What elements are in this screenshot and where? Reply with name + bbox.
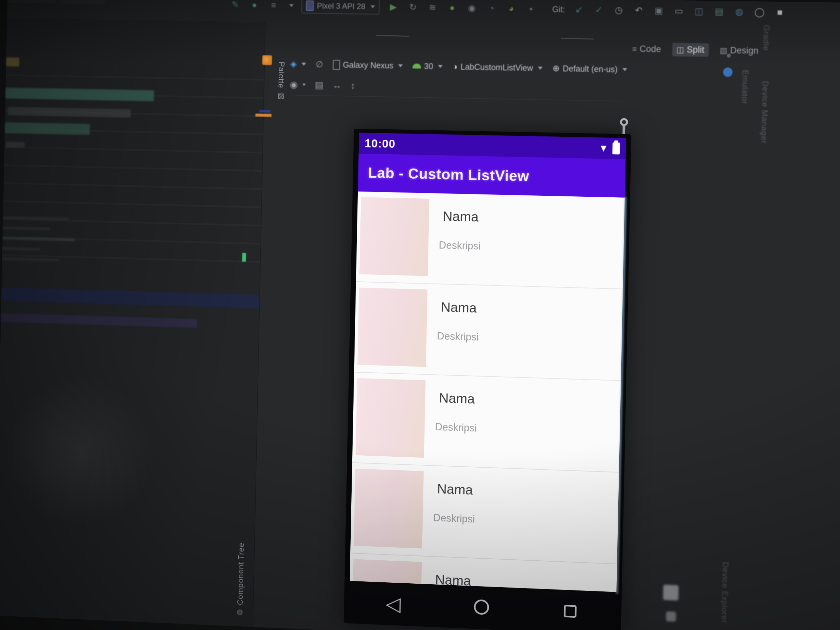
item-name: Nama bbox=[439, 390, 475, 407]
resume-program-icon[interactable]: ◉ bbox=[466, 2, 478, 14]
sdk-pencil-icon[interactable]: ✎ bbox=[229, 0, 241, 11]
toolwindow-stub-device-manager[interactable]: Device Manager bbox=[759, 81, 770, 144]
tab-split[interactable]: ◫ Split bbox=[672, 43, 709, 57]
wifi-icon: ▼ bbox=[598, 143, 609, 153]
mode-tab-label: Split bbox=[687, 45, 704, 55]
item-description: Deskripsi bbox=[433, 512, 475, 525]
profile-square-icon[interactable]: ■ bbox=[774, 6, 786, 19]
view-options-toolbar: ◉ ▤ ↔ ↕ bbox=[290, 79, 355, 91]
git-rollback-icon[interactable]: ↶ bbox=[633, 4, 645, 16]
scrollbar-marker-blue bbox=[259, 110, 270, 113]
sidebar-item-component-tree[interactable]: ◍ Component Tree bbox=[235, 543, 246, 617]
git-commit-icon[interactable]: ✓ bbox=[593, 4, 605, 16]
toolwindow-stub-emulator[interactable]: Emulator bbox=[740, 69, 750, 104]
render-wrench-icon[interactable] bbox=[618, 117, 630, 136]
palette-icon: ▨ bbox=[277, 92, 285, 100]
device-preview[interactable]: 10:00 ▼ Lab - Custom ListView Nama Deskr… bbox=[344, 129, 631, 630]
api-level-label: 30 bbox=[424, 62, 433, 71]
item-description: Deskripsi bbox=[435, 421, 477, 434]
device-screen: 10:00 ▼ Lab - Custom ListView Nama Deskr… bbox=[349, 133, 626, 630]
view-options-select[interactable]: ◉ bbox=[290, 79, 306, 90]
editor-tab-underline bbox=[561, 38, 594, 39]
sdk-manager-icon[interactable]: ▤ bbox=[713, 6, 725, 17]
main-menu-icon[interactable]: ≡ bbox=[268, 0, 279, 11]
locale-label: Default (en-us) bbox=[562, 64, 618, 74]
code-selection-band bbox=[1, 313, 197, 328]
chevron-down-icon bbox=[370, 5, 375, 8]
avd-manager-icon[interactable]: ◍ bbox=[733, 6, 745, 18]
status-bar-time: 10:00 bbox=[365, 137, 396, 150]
toolwindow-label: Device Manager bbox=[759, 81, 770, 144]
toolwindow-label: Gradle bbox=[761, 25, 771, 51]
toolwindow-stub-device-explorer[interactable]: Device Explorer bbox=[720, 562, 730, 623]
issues-panel-icon[interactable] bbox=[723, 68, 733, 77]
run-icon[interactable]: ▶ bbox=[387, 1, 399, 13]
item-name: Nama bbox=[443, 208, 479, 224]
attach-debugger-icon[interactable]: ◕ bbox=[505, 3, 517, 14]
eye-icon: ◉ bbox=[290, 79, 298, 90]
toolwindow-label: Device Explorer bbox=[720, 562, 730, 623]
vertical-resize-icon[interactable]: ↕ bbox=[351, 81, 355, 91]
device-online-icon[interactable]: ● bbox=[249, 0, 260, 11]
palette-label: Palette bbox=[276, 62, 286, 88]
mode-tab-label: Design bbox=[730, 45, 759, 56]
chevron-down-icon bbox=[302, 63, 306, 65]
window-tab-fragment bbox=[9, 0, 57, 3]
toolwindow-stub-gradle[interactable]: Gradle bbox=[761, 25, 771, 51]
apply-code-changes-icon[interactable]: ≋ bbox=[426, 2, 439, 14]
sidebar-item-palette[interactable]: Palette ▨ bbox=[276, 62, 286, 100]
api-level-select[interactable]: 30 bbox=[412, 61, 443, 71]
device-select[interactable]: Galaxy Nexus bbox=[333, 60, 403, 71]
layout-inspector-icon[interactable]: ◫ bbox=[693, 5, 705, 17]
Nama: Nama Deskripsi bbox=[351, 463, 619, 564]
Nama: Nama Deskripsi bbox=[352, 373, 621, 472]
code-line-blur bbox=[6, 142, 25, 148]
tab-code[interactable]: ≡ Code bbox=[628, 42, 666, 56]
git-update-icon[interactable]: ↙ bbox=[573, 3, 585, 16]
locale-select[interactable]: ⊕ Default (en-us) bbox=[553, 63, 627, 75]
back-button-icon: ◁ bbox=[385, 583, 401, 625]
item-description: Deskripsi bbox=[437, 330, 479, 343]
recents-button-icon bbox=[564, 605, 577, 618]
orientation-icon[interactable]: ∅ bbox=[316, 59, 323, 69]
item-image-placeholder bbox=[359, 197, 429, 276]
tab-design[interactable]: ▧ Design bbox=[715, 43, 763, 58]
profiler-icon[interactable]: ◔ bbox=[485, 2, 497, 14]
zoom-control-icon[interactable] bbox=[663, 585, 679, 600]
theme-select[interactable]: ◑ LabCustomListView bbox=[452, 62, 543, 73]
run-configuration-label: Pixel 3 API 28 bbox=[317, 1, 366, 11]
item-name: Nama bbox=[441, 300, 477, 316]
Nama: Nama Deskripsi bbox=[354, 282, 623, 381]
git-label: Git: bbox=[552, 4, 565, 14]
run-configuration-select[interactable]: Pixel 3 API 28 bbox=[302, 0, 380, 14]
window-tab-fragment bbox=[61, 0, 105, 4]
globe-icon: ⊕ bbox=[553, 63, 560, 74]
mode-tab-label: Code bbox=[639, 44, 661, 54]
chevron-down-icon bbox=[538, 67, 543, 69]
xml-code-editor[interactable] bbox=[0, 18, 266, 627]
editor-mode-tabs: ≡ Code ◫ Split ▧ Design bbox=[628, 42, 763, 58]
horizontal-resize-icon[interactable]: ↔ bbox=[333, 80, 342, 91]
terminal-icon[interactable]: ▭ bbox=[673, 5, 685, 17]
mode-tab-icon: ▧ bbox=[720, 46, 728, 55]
device-icon bbox=[306, 0, 314, 11]
blueprint-list-icon[interactable]: ▤ bbox=[315, 79, 324, 90]
stop-icon[interactable]: ▪ bbox=[525, 3, 537, 15]
search-everywhere-icon[interactable]: ◯ bbox=[753, 6, 766, 19]
toolwindow-label: Emulator bbox=[740, 69, 750, 104]
mode-tab-icon: ≡ bbox=[632, 44, 637, 54]
ide-window: ✎●≡ Pixel 3 API 28 ▶↻≋●◉◔◕▪ Git: ↙✓◷↶ ▣▭… bbox=[0, 0, 840, 630]
toolbar-dropdown-chevron[interactable] bbox=[289, 4, 294, 7]
apply-changes-icon[interactable]: ↻ bbox=[407, 1, 419, 13]
project-structure-icon[interactable]: ▣ bbox=[653, 5, 665, 17]
app-bar: Lab - Custom ListView bbox=[358, 154, 625, 198]
theme-label: LabCustomListView bbox=[461, 62, 533, 73]
debug-icon[interactable]: ● bbox=[446, 2, 458, 14]
git-history-icon[interactable]: ◷ bbox=[613, 4, 625, 16]
scrollbar-marker-orange bbox=[255, 114, 272, 117]
chevron-down-icon bbox=[303, 84, 306, 86]
chevron-down-icon bbox=[398, 64, 403, 67]
design-surface-select[interactable]: ◈ bbox=[290, 59, 306, 69]
component-tree-icon: ◍ bbox=[235, 608, 244, 617]
zoom-control-icon[interactable] bbox=[666, 611, 676, 622]
